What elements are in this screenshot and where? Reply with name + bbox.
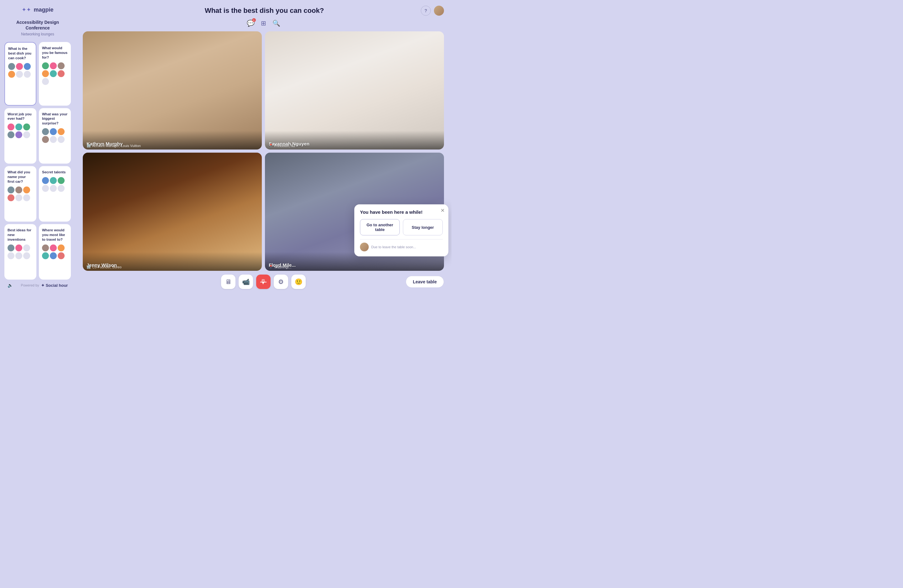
popup-footer: Due to leave the table soon... [360,242,443,252]
participant-detail-2: 📍 Princeton, NJ [269,143,295,149]
table-card-t5[interactable]: What did you name your first car? [5,166,36,222]
avatar-t5-4 [15,194,22,201]
avatar-t3-4 [15,131,22,138]
avatar-t8-3 [42,252,49,259]
conference-subtitle: Networking lounges [5,32,71,36]
avatar-t1-4 [16,71,23,78]
search-icon[interactable]: 🔍 [272,19,280,27]
mute-button[interactable]: 🎙 [256,275,271,289]
table-card-title-t8: Where would you most like to travel to? [42,228,68,242]
avatar-t8-1 [50,244,57,252]
avatar-t6-2 [58,177,64,184]
emoji-icon: 🙂 [295,278,302,286]
page-title: What is the best dish you can cook? [108,6,421,15]
detail-icon-3: 🏢 [87,265,91,269]
avatar-t3-5 [23,131,30,138]
stay-popup: ✕ You have been here a while! Go to anot… [354,204,448,256]
avatar-t7-3 [8,252,14,259]
stay-longer-button[interactable]: Stay longer [403,219,443,235]
table-card-t4[interactable]: What was your biggest surprise? [39,108,71,164]
avatars-row-t6 [42,177,68,192]
leave-table-button[interactable]: Leave table [406,276,444,288]
avatar-t6-1 [50,177,57,184]
avatar-t2-6 [42,78,49,85]
avatar-t2-2 [58,62,64,69]
table-card-t3[interactable]: Worst job you ever had? [5,108,36,164]
table-card-t7[interactable]: Best ideas for new inventions [5,224,36,280]
volume-icon[interactable]: 🔈 [8,283,13,288]
goto-table-button[interactable]: Go to another table [360,219,400,235]
video-cell-2: Savannah Nguyen 📍 Princeton, NJ [265,31,444,149]
avatar-t5-2 [23,187,30,193]
avatar-t6-5 [58,185,64,192]
table-card-title-t6: Secret talents [42,170,68,175]
avatars-row-t5 [8,187,33,201]
avatar-t4-0 [42,128,49,135]
avatar-t7-0 [8,244,14,252]
avatar-t4-4 [50,136,57,143]
table-card-t2[interactable]: What would you be famous for? [39,42,71,105]
table-card-t1[interactable]: What is the best dish you can cook? [5,42,36,105]
avatar-t6-0 [42,177,49,184]
powered-by-label: Powered by [21,283,39,287]
avatar-t4-2 [58,128,64,135]
settings-button[interactable]: ⚙ [274,275,288,289]
avatar-t8-0 [42,244,49,252]
avatar-t8-4 [50,252,57,259]
avatar-t4-3 [42,136,49,143]
user-avatar[interactable] [434,6,444,16]
avatar-t3-0 [8,124,14,130]
logo-area: ✦✦ magpie [5,6,71,13]
avatar-t1-2 [24,63,31,70]
avatar-t2-5 [58,70,64,77]
logo-icon: ✦✦ [22,6,31,13]
table-card-title-t4: What was your biggest surprise? [42,112,68,126]
monitor-button[interactable]: 🖥 [221,275,236,289]
social-hour-icon: ✦ [41,283,44,288]
camera-button[interactable]: 📹 [239,275,253,289]
mic-icon: 🎙 [260,278,266,286]
social-hour-brand: ✦ Social hour [41,283,68,288]
table-card-title-t5: What did you name your first car? [8,170,33,184]
main-content: What is the best dish you can cook? ? 💬 … [75,0,452,294]
table-card-title-t1: What is the best dish you can cook? [8,46,33,60]
avatar-t1-0 [8,63,15,70]
avatars-row-t8 [42,244,68,259]
table-card-title-t7: Best ideas for new inventions [8,228,33,242]
table-card-t6[interactable]: Secret talents [39,166,71,222]
popup-footer-text: Due to leave the table soon... [371,245,416,249]
popup-buttons: Go to another table Stay longer [360,219,443,235]
avatar-t5-0 [8,187,14,193]
avatar-t1-5 [24,71,31,78]
popup-divider [360,239,443,239]
avatars-row-t2 [42,62,68,85]
avatar-t8-5 [58,252,64,259]
avatar-t2-0 [42,62,49,69]
social-hour-name: Social hour [46,283,68,288]
avatar-t5-5 [23,194,30,201]
help-button[interactable]: ? [421,6,431,16]
participant-detail-4: 📍 Washingt... [269,265,292,271]
avatar-t3-1 [15,124,22,130]
action-row: 💬 1 ⊞ 🔍 [83,19,444,27]
chat-icon[interactable]: 💬 1 [247,19,255,27]
top-icons: ? [421,6,444,16]
avatar-t5-1 [15,187,22,193]
help-icon: ? [425,8,427,13]
table-card-t8[interactable]: Where would you most like to travel to? [39,224,71,280]
avatar-t2-4 [50,70,57,77]
avatar-t1-1 [16,63,23,70]
avatar-t6-4 [50,185,57,192]
conference-title: Accessibility Design Conference [5,19,71,31]
camera-icon: 📹 [242,278,250,286]
avatars-row-t1 [8,63,33,78]
avatars-row-t7 [8,244,33,259]
layout-icon[interactable]: ⊞ [261,19,266,27]
popup-close-button[interactable]: ✕ [440,208,445,214]
emoji-button[interactable]: 🙂 [291,275,306,289]
avatar-t7-1 [15,244,22,252]
monitor-icon: 🖥 [225,278,231,286]
detail-icon-1: 🏢 [87,143,91,148]
bottom-toolbar: 🖥 📹 🎙 ⚙ 🙂 Leave table [83,271,444,294]
avatar-t4-5 [58,136,64,143]
